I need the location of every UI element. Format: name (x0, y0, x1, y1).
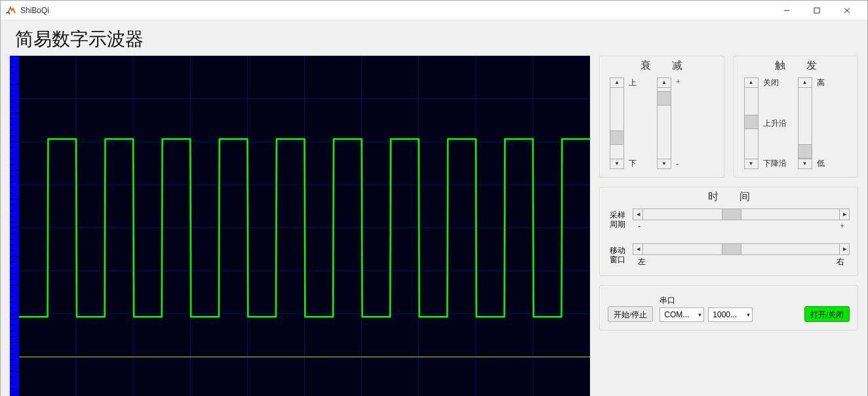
trigger-panel: 触 发 ▲ ▼ 关闭 上升沿 (734, 56, 859, 178)
maximize-button[interactable] (802, 1, 832, 20)
serial-label: 串口 (660, 295, 753, 306)
trigger-level-slider[interactable]: ▲ ▼ (796, 77, 814, 169)
window-title: ShiBoQi (20, 6, 49, 15)
window-move-label: 移动 窗口 (608, 247, 627, 264)
attenuation-panel: 衰 减 ▲ ▼ 上 下 (599, 56, 724, 178)
open-close-button[interactable]: 打开/关闭 (804, 306, 850, 322)
content-area: 简易数字示波器 (1, 20, 867, 396)
side-controls: 衰 减 ▲ ▼ 上 下 (599, 56, 858, 396)
sample-period-label: 采样 周期 (608, 211, 627, 228)
matlab-icon (6, 5, 16, 16)
scope-canvas (10, 56, 590, 396)
svg-rect-5 (10, 56, 19, 396)
close-button[interactable] (832, 1, 862, 20)
trigger-level-low: 低 (817, 158, 837, 169)
arrow-up-icon[interactable]: ▲ (657, 77, 671, 88)
trigger-mode-group: ▲ ▼ 关闭 上升沿 下降沿 (742, 77, 789, 169)
time-title: 时 间 (600, 190, 858, 204)
com-port-value: COM... (664, 310, 694, 319)
window-move-slider[interactable]: ◀ ▶ (633, 243, 850, 255)
arrow-down-icon[interactable]: ▼ (798, 159, 812, 169)
trigger-mode-fall: 下降沿 (763, 158, 787, 169)
oscilloscope-display[interactable] (10, 56, 590, 396)
trigger-level-group: ▲ ▼ 高 低 (796, 77, 837, 169)
atten-offset-bot-label: 下 (629, 158, 648, 169)
trigger-mode-off: 关闭 (763, 77, 779, 89)
atten-slider-offset-group: ▲ ▼ 上 下 (608, 77, 648, 169)
sample-period-slider[interactable]: ◀ ▶ (633, 208, 850, 220)
chevron-down-icon: ▼ (743, 312, 751, 318)
sample-plus-label: + (840, 222, 844, 231)
arrow-up-icon[interactable]: ▲ (744, 77, 759, 88)
minimize-button[interactable] (772, 1, 802, 20)
window-left-label: 左 (638, 256, 646, 267)
sample-minus-label: - (638, 222, 641, 231)
trigger-mode-rise: 上升沿 (763, 118, 787, 129)
arrow-right-icon[interactable]: ▶ (839, 208, 850, 220)
arrow-up-icon[interactable]: ▲ (610, 77, 624, 88)
atten-gain-top-label: + (676, 77, 696, 87)
arrow-up-icon[interactable]: ▲ (798, 77, 812, 88)
titlebar: ShiBoQi (1, 1, 867, 20)
arrow-down-icon[interactable]: ▼ (610, 159, 624, 169)
time-panel: 时 间 采样 周期 ◀ ▶ - + (599, 187, 858, 276)
atten-slider-gain-group: ▲ ▼ + - (655, 77, 696, 169)
atten-offset-slider[interactable]: ▲ ▼ (608, 77, 626, 169)
page-title: 简易数字示波器 (15, 27, 858, 52)
atten-gain-slider[interactable]: ▲ ▼ (655, 77, 673, 169)
arrow-left-icon[interactable]: ◀ (633, 208, 643, 220)
chevron-down-icon: ▼ (694, 312, 702, 318)
baud-rate-dropdown[interactable]: 1000... ▼ (708, 307, 753, 322)
svg-rect-4 (10, 56, 590, 396)
baud-rate-value: 1000... (713, 310, 743, 319)
app-window: ShiBoQi 简易数字示波器 (0, 0, 868, 396)
trigger-mode-slider[interactable]: ▲ ▼ (742, 77, 760, 169)
trigger-title: 触 发 (734, 59, 858, 73)
atten-offset-top-label: 上 (629, 77, 648, 89)
trigger-level-high: 高 (817, 77, 837, 89)
com-port-dropdown[interactable]: COM... ▼ (660, 307, 704, 322)
start-stop-button[interactable]: 开始/停止 (608, 306, 653, 322)
run-serial-panel: 开始/停止 串口 COM... ▼ 1000... ▼ (599, 285, 858, 330)
arrow-right-icon[interactable]: ▶ (839, 243, 850, 255)
window-right-label: 右 (837, 256, 844, 267)
attenuation-title: 衰 减 (600, 59, 724, 73)
atten-gain-bot-label: - (676, 159, 696, 169)
arrow-left-icon[interactable]: ◀ (633, 243, 643, 255)
arrow-down-icon[interactable]: ▼ (744, 159, 759, 169)
arrow-down-icon[interactable]: ▼ (657, 159, 671, 169)
svg-rect-1 (814, 8, 819, 13)
